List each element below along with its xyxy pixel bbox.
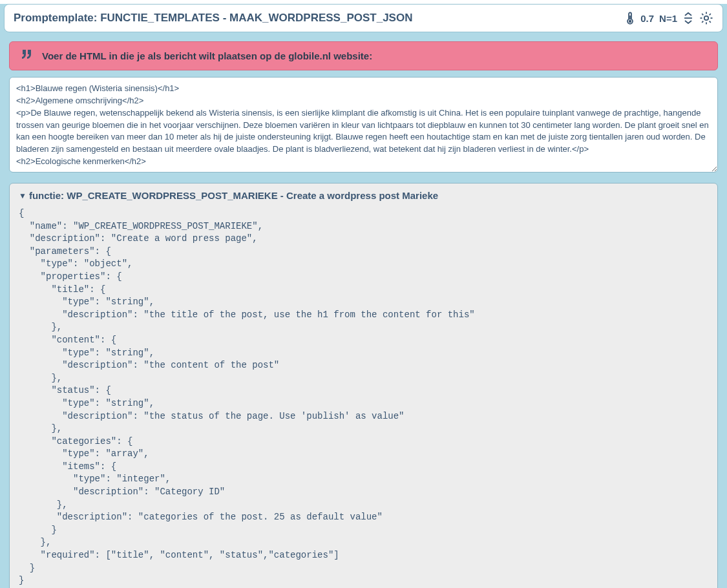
svg-line-9 bbox=[710, 21, 711, 23]
html-input[interactable] bbox=[9, 77, 718, 173]
svg-line-11 bbox=[710, 14, 711, 15]
function-json-code: { "name": "WP_CREATE_WORDPRESS_POST_MARI… bbox=[19, 207, 708, 587]
svg-point-0 bbox=[629, 20, 631, 23]
thermometer-icon bbox=[625, 11, 635, 25]
svg-line-10 bbox=[702, 21, 703, 23]
function-block-header[interactable]: ▼ functie: WP_CREATE_WORDPRESS_POST_MARI… bbox=[19, 190, 708, 201]
app-container: Promptemplate: FUNCTIE_TEMPLATES - MAAK_… bbox=[0, 4, 727, 588]
prompt-banner: Voer de HTML in die je als bericht wilt … bbox=[9, 41, 718, 70]
temperature-value: 0.7 bbox=[640, 13, 654, 24]
svg-point-3 bbox=[704, 16, 708, 20]
header-controls: 0.7 N=1 bbox=[625, 11, 713, 25]
n-value: N=1 bbox=[659, 13, 677, 24]
function-block-title: functie: WP_CREATE_WORDPRESS_POST_MARIEK… bbox=[29, 190, 438, 201]
quote-icon bbox=[20, 50, 33, 62]
page-title: Promptemplate: FUNCTIE_TEMPLATES - MAAK_… bbox=[14, 12, 412, 25]
prompt-banner-text: Voer de HTML in die je als bericht wilt … bbox=[42, 50, 372, 61]
gear-icon[interactable] bbox=[699, 11, 713, 25]
collapse-icon[interactable] bbox=[682, 12, 694, 25]
svg-line-8 bbox=[702, 14, 703, 15]
disclosure-triangle-icon: ▼ bbox=[19, 192, 26, 200]
html-input-wrap bbox=[9, 77, 718, 175]
body-area: Voer de HTML in die je als bericht wilt … bbox=[0, 32, 727, 588]
header-bar: Promptemplate: FUNCTIE_TEMPLATES - MAAK_… bbox=[4, 4, 723, 32]
function-block: ▼ functie: WP_CREATE_WORDPRESS_POST_MARI… bbox=[9, 183, 718, 588]
